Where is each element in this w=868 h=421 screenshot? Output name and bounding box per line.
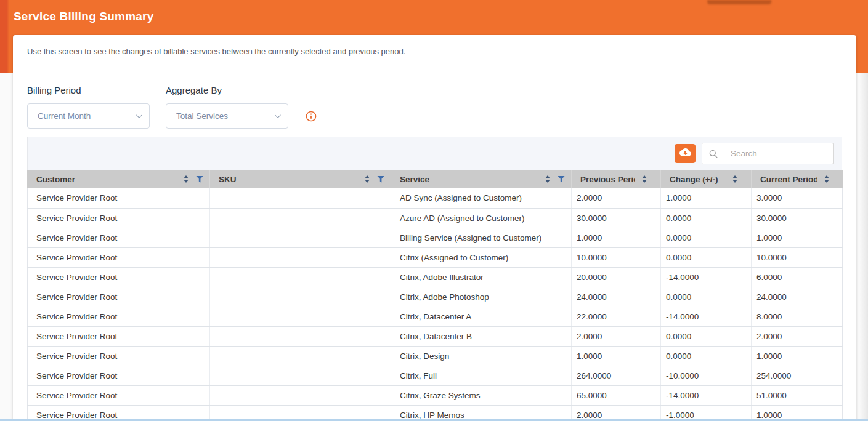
table-row: Service Provider RootBilling Service (As…: [28, 228, 843, 247]
table-row: Service Provider RootCitrix, Design1.000…: [28, 346, 843, 366]
cell-change: 0.0000: [661, 346, 752, 366]
cell-previous: 24.0000: [572, 287, 661, 307]
sort-icon[interactable]: [824, 175, 829, 183]
chevron-down-icon: [136, 112, 142, 118]
billing-period-group: Billing Period Current Month: [27, 85, 150, 129]
filter-icon[interactable]: [377, 176, 384, 183]
cell-customer: Service Provider Root: [28, 267, 210, 287]
cloud-download-icon: [679, 148, 691, 159]
filter-icon[interactable]: [196, 176, 203, 183]
column-header-change[interactable]: Change (+/-): [661, 170, 752, 188]
cell-change: -14.0000: [661, 385, 752, 405]
billing-grid: CustomerSKUServicePrevious PeriodChange …: [27, 137, 842, 421]
sort-icon[interactable]: [365, 175, 370, 183]
cell-change: 0.0000: [661, 287, 752, 307]
cell-previous: 10.0000: [572, 247, 661, 267]
aggregate-by-value: Total Services: [176, 111, 275, 121]
vertical-scrollbar[interactable]: [859, 73, 868, 421]
column-label-customer: Customer: [36, 175, 75, 184]
cell-sku: [210, 208, 391, 228]
export-button[interactable]: [675, 144, 696, 163]
billing-period-value: Current Month: [38, 111, 136, 121]
sort-icon[interactable]: [642, 175, 647, 183]
cell-current: 30.0000: [752, 208, 843, 228]
sort-icon[interactable]: [184, 175, 189, 183]
cell-sku: [210, 287, 391, 307]
aggregate-by-label: Aggregate By: [166, 85, 288, 95]
table-row: Service Provider RootCitrix, Datacenter …: [28, 326, 843, 346]
cell-change: 0.0000: [661, 228, 752, 247]
search-box: [702, 143, 834, 164]
sort-icon[interactable]: [545, 175, 550, 183]
cell-sku: [210, 267, 391, 287]
cell-previous: 2.0000: [572, 188, 661, 208]
table-row: Service Provider RootCitrix, Datacenter …: [28, 307, 843, 326]
cell-previous: 2.0000: [572, 326, 661, 346]
cell-customer: Service Provider Root: [28, 366, 210, 385]
cell-customer: Service Provider Root: [28, 385, 210, 405]
cell-current: 254.0000: [752, 366, 843, 385]
table-row: Service Provider RootCitrix, Graze Syste…: [28, 385, 843, 405]
cell-current: 8.0000: [752, 307, 843, 326]
description-text: Use this screen to see the changes of bi…: [13, 35, 856, 66]
column-header-sku[interactable]: SKU: [210, 170, 391, 188]
cell-service: Citrix, Graze Systems: [391, 385, 572, 405]
column-label-sku: SKU: [219, 175, 237, 184]
content-card: Use this screen to see the changes of bi…: [13, 35, 856, 421]
cell-service: Citrix (Assigned to Customer): [391, 247, 572, 267]
cell-change: 0.0000: [661, 247, 752, 267]
cell-change: 1.0000: [661, 188, 752, 208]
cell-service: Azure AD (Assigned to Customer): [391, 208, 572, 228]
column-header-service[interactable]: Service: [391, 170, 572, 188]
filter-icon[interactable]: [558, 176, 565, 183]
cell-service: Citrix, Datacenter A: [391, 307, 572, 326]
cell-change: 0.0000: [661, 208, 752, 228]
column-label-previous: Previous Period: [580, 175, 635, 184]
aggregate-by-select[interactable]: Total Services: [166, 103, 288, 129]
billing-period-label: Billing Period: [27, 85, 150, 95]
cell-customer: Service Provider Root: [28, 208, 210, 228]
search-input[interactable]: [724, 149, 833, 158]
cell-current: 2.0000: [752, 326, 843, 346]
table-row: Service Provider RootAzure AD (Assigned …: [28, 208, 843, 228]
cell-current: 24.0000: [752, 287, 843, 307]
info-icon[interactable]: [306, 111, 317, 124]
cell-sku: [210, 307, 391, 326]
cell-sku: [210, 228, 391, 247]
cell-customer: Service Provider Root: [28, 326, 210, 346]
billing-period-select[interactable]: Current Month: [27, 103, 150, 129]
column-label-service: Service: [400, 175, 429, 184]
table-body: Service Provider RootAD Sync (Assigned t…: [28, 188, 843, 421]
column-header-current[interactable]: Current Period: [752, 170, 843, 188]
table-row: Service Provider RootCitrix, Adobe Illus…: [28, 267, 843, 287]
cell-current: 1.0000: [752, 228, 843, 247]
cell-sku: [210, 188, 391, 208]
cell-sku: [210, 326, 391, 346]
cell-customer: Service Provider Root: [28, 228, 210, 247]
sort-icon[interactable]: [732, 175, 737, 183]
column-label-change: Change (+/-): [670, 175, 718, 184]
cell-service: Citrix, Adobe Photoshop: [391, 287, 572, 307]
cell-current: 10.0000: [752, 247, 843, 267]
billing-table: CustomerSKUServicePrevious PeriodChange …: [27, 170, 843, 421]
table-header: CustomerSKUServicePrevious PeriodChange …: [28, 170, 843, 188]
cell-service: Billing Service (Assigned to Customer): [391, 228, 572, 247]
column-header-customer[interactable]: Customer: [28, 170, 210, 188]
chevron-down-icon: [275, 112, 281, 118]
filters-bar: Billing Period Current Month Aggregate B…: [13, 66, 856, 137]
aggregate-by-group: Aggregate By Total Services: [166, 85, 288, 129]
cell-previous: 264.0000: [572, 366, 661, 385]
cell-customer: Service Provider Root: [28, 188, 210, 208]
cell-service: Citrix, Adobe Illustrator: [391, 267, 572, 287]
cell-service: AD Sync (Assigned to Customer): [391, 188, 572, 208]
cell-previous: 22.0000: [572, 307, 661, 326]
cell-service: Citrix, Full: [391, 366, 572, 385]
cell-previous: 65.0000: [572, 385, 661, 405]
cell-previous: 1.0000: [572, 346, 661, 366]
cell-sku: [210, 346, 391, 366]
table-row: Service Provider RootCitrix (Assigned to…: [28, 247, 843, 267]
cell-previous: 1.0000: [572, 228, 661, 247]
table-row: Service Provider RootCitrix, Full264.000…: [28, 366, 843, 385]
cell-customer: Service Provider Root: [28, 346, 210, 366]
column-header-previous[interactable]: Previous Period: [572, 170, 661, 188]
